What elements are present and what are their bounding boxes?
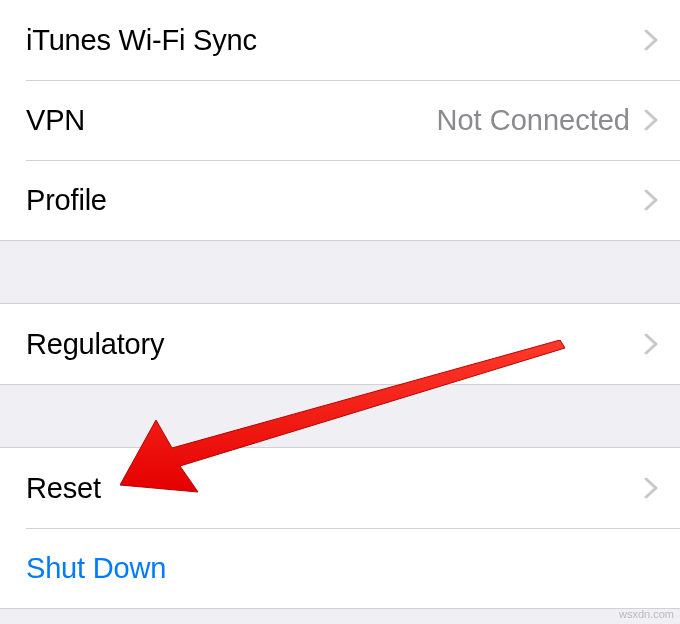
- chevron-right-icon: [644, 333, 658, 355]
- row-regulatory[interactable]: Regulatory: [0, 304, 680, 384]
- section-gap: [0, 385, 680, 447]
- top-settings-group: iTunes Wi-Fi Sync VPN Not Connected Prof…: [0, 0, 680, 241]
- label-itunes-wifi-sync: iTunes Wi-Fi Sync: [26, 24, 257, 57]
- regulatory-group: Regulatory: [0, 303, 680, 385]
- bottom-group: Reset Shut Down: [0, 447, 680, 609]
- row-vpn[interactable]: VPN Not Connected: [0, 80, 680, 160]
- chevron-right-icon: [644, 109, 658, 131]
- row-shutdown[interactable]: Shut Down: [0, 528, 680, 608]
- chevron-right-icon: [644, 189, 658, 211]
- detail-vpn: Not Connected: [437, 104, 630, 137]
- row-reset[interactable]: Reset: [0, 448, 680, 528]
- label-reset: Reset: [26, 472, 101, 505]
- label-profile: Profile: [26, 184, 107, 217]
- label-regulatory: Regulatory: [26, 328, 164, 361]
- label-vpn: VPN: [26, 104, 85, 137]
- row-itunes-wifi-sync[interactable]: iTunes Wi-Fi Sync: [0, 0, 680, 80]
- chevron-right-icon: [644, 477, 658, 499]
- watermark-text: wsxdn.com: [619, 608, 674, 620]
- section-gap: [0, 241, 680, 303]
- row-profile[interactable]: Profile: [0, 160, 680, 240]
- chevron-right-icon: [644, 29, 658, 51]
- label-shutdown: Shut Down: [26, 552, 166, 585]
